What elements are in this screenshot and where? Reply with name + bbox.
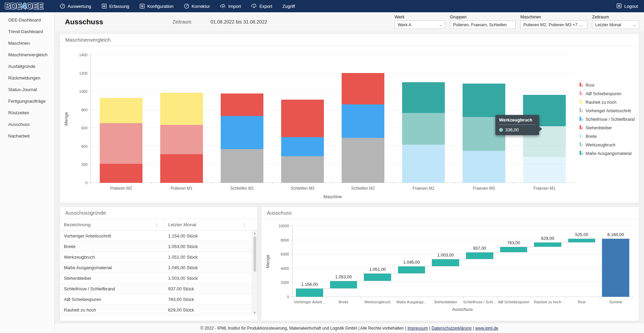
logout-button[interactable]: Logout: [610, 0, 644, 12]
x-tick-label: Schleifrisse / Schl...: [463, 300, 497, 304]
footer-link-impressum[interactable]: Impressum: [408, 326, 428, 331]
nav-item-konfiguration[interactable]: Konfiguration: [134, 0, 179, 12]
bar-segment-schleifen-m3-schleifrisse-schleifbrand[interactable]: [281, 137, 324, 157]
bar-segment-polieren-m1-rost[interactable]: [160, 154, 203, 183]
table-row: Werkzeugbruch1.051,00 Stück: [60, 252, 257, 262]
x-tick-label: Stehenbleiber: [428, 300, 463, 304]
column-header-letzter-monat[interactable]: Letzter Monat⋮: [164, 219, 251, 230]
sidebar-item-maschinenvergleich[interactable]: Maschinenvergleich: [0, 49, 54, 60]
bar-segment-fraesen-m2-werkzeugbruch[interactable]: [402, 113, 445, 144]
scroll-up-icon[interactable]: ▲: [254, 231, 256, 236]
waterfall-bar-stehenbleiber[interactable]: [432, 259, 459, 266]
nav-item-zugriff[interactable]: Zugriff: [277, 0, 300, 12]
zeitraum-label: Zeitraum: [173, 19, 191, 25]
footer-link-www-ipml-de[interactable]: www.ipml.de: [475, 326, 498, 331]
sidebar-item-fertigungsauftr-ge[interactable]: Fertigungsaufträge: [0, 96, 54, 107]
bar-segment-schleifen-m1-stehenbleiber[interactable]: [221, 93, 264, 116]
filter-value: Werk A: [398, 23, 411, 27]
bar-segment-schleifen-m2-vorheriger-arbeitsschritt[interactable]: [342, 138, 385, 183]
sidebar-item-oee-dashboard[interactable]: OEE-Dashboard: [0, 14, 54, 26]
bar-segment-fraesen-m1-breite[interactable]: [523, 157, 566, 183]
legend-bars-icon: [579, 82, 584, 88]
waterfall-bar-summe[interactable]: [602, 239, 629, 297]
nav-item-label: Export: [259, 4, 272, 9]
table-row: Breite1.053,00 Stück: [60, 241, 257, 252]
bar-segment-schleifen-m3-stehenbleiber[interactable]: [281, 100, 324, 137]
scroll-down-icon[interactable]: ▼: [254, 310, 256, 315]
bar-segment-schleifen-m2-stehenbleiber[interactable]: [342, 73, 385, 104]
bar-segment-schleifen-m3-vorheriger-arbeitsschritt[interactable]: [281, 156, 324, 183]
x-tick-label: Schleifen M2: [333, 186, 393, 191]
filter-select-werk[interactable]: Werk A⌄: [395, 20, 445, 29]
x-tick-label: Summe: [599, 300, 633, 304]
filter-select-zeitraum[interactable]: Letzter Monat⌄: [592, 20, 639, 29]
legend-item-a-schiebespuren[interactable]: AØ Schiebespuren: [579, 91, 639, 96]
sidebar-item-r-stzeiten[interactable]: Rüstzeiten: [0, 107, 54, 118]
scrollbar-thumb[interactable]: [254, 236, 256, 272]
gridline: [292, 226, 633, 226]
sidebar-item-ausschuss[interactable]: Ausschuss: [0, 119, 54, 130]
top-navbar: BDE4OEE AuswertungErfassungKonfiguration…: [0, 0, 644, 12]
bar-segment-schleifen-m1-schleifrisse-schleifbrand[interactable]: [221, 116, 264, 149]
filter-input-gruppen[interactable]: Polieren, Fraesen, Schleifen: [450, 20, 516, 29]
legend-bars-icon: [579, 108, 584, 113]
waterfall-bar-a-schiebespuren[interactable]: [500, 247, 527, 252]
nav-item-erfassung[interactable]: Erfassung: [96, 0, 135, 12]
sidebar-item-maschinen[interactable]: Maschinen: [0, 38, 54, 49]
legend-item-breite[interactable]: Breite: [579, 133, 639, 139]
bar-segment-fraesen-m3-ma-e-ausgangsmaterial[interactable]: [463, 84, 506, 117]
bar-segment-fraesen-m3-breite[interactable]: [463, 151, 506, 183]
sidebar-item-trend-dashboard[interactable]: Trend-Dashboard: [0, 26, 54, 37]
waterfall-bar-vorheriger-arbeit[interactable]: [296, 289, 323, 297]
nav-item-export[interactable]: Export: [246, 0, 277, 12]
legend-label: Breite: [586, 134, 597, 139]
legend-bars-icon: [579, 116, 584, 122]
sidebar-item-ausfallgr-nde[interactable]: Ausfallgründe: [0, 61, 54, 72]
gridline: [292, 268, 633, 269]
nav-item-label: Erfassung: [109, 4, 129, 9]
legend-item-rost[interactable]: Rost: [579, 82, 639, 88]
nav-item-auswertung[interactable]: Auswertung: [55, 0, 96, 12]
waterfall-bar-ma-e-ausgangs[interactable]: [398, 266, 425, 274]
bar-segment-polieren-m2-a-schiebespuren[interactable]: [100, 123, 143, 164]
waterfall-bar-breite[interactable]: [330, 281, 357, 289]
bar-segment-schleifen-m1-vorheriger-arbeitsschritt[interactable]: [221, 149, 264, 183]
chart-legend: RostAØ SchiebespurenRauheit zu hochVorhe…: [575, 55, 639, 183]
column-menu-icon[interactable]: ⋮: [242, 222, 247, 227]
table-scrollbar[interactable]: ▲ ▼: [252, 231, 257, 315]
nav-item-import[interactable]: Import: [215, 0, 246, 12]
bar-segment-fraesen-m2-ma-e-ausgangsmaterial[interactable]: [402, 82, 445, 113]
legend-item-ma-e-ausgangsmaterial[interactable]: Maße Ausgangsmaterial: [579, 150, 639, 156]
bar-segment-schleifen-m2-schleifrisse-schleifbrand[interactable]: [342, 104, 385, 138]
column-header-bezeichnung[interactable]: Bezeichnung⋮: [60, 219, 164, 230]
waterfall-connector: [534, 242, 595, 243]
cell-letzter-monat: 629,00 Stück: [164, 307, 257, 313]
footer-link-datenschutzerkl-rung[interactable]: Datenschutzerklärung: [431, 326, 471, 331]
logout-label: Logout: [624, 4, 638, 9]
cell-bezeichnung: AØ Schiebespuren: [60, 297, 164, 302]
cell-bezeichnung: Maße Ausgangsmaterial: [60, 265, 164, 270]
tooltip-series-dot: [499, 128, 503, 132]
column-menu-icon[interactable]: ⋮: [154, 222, 160, 227]
bar-segment-polieren-m2-rost[interactable]: [100, 164, 143, 183]
sidebar-item-nacharbeit[interactable]: Nacharbeit: [0, 130, 54, 142]
bar-segment-fraesen-m2-breite[interactable]: [402, 145, 445, 183]
x-tick-label: AØ Schiebespuren: [497, 300, 531, 304]
legend-item-vorheriger-arbeitsschritt[interactable]: Vorheriger Arbeitsschritt: [579, 108, 639, 113]
waterfall-bar-schleifrisse-schl[interactable]: [466, 252, 493, 259]
legend-item-rauheit-zu-hoch[interactable]: Rauheit zu hoch: [579, 99, 639, 105]
waterfall-bar-werkzeugbruch[interactable]: [364, 274, 391, 281]
legend-item-schleifrisse-schleifbrand[interactable]: Schleifrisse / Schleifbrand: [579, 116, 639, 122]
bar-segment-polieren-m1-rauheit-zu-hoch[interactable]: [160, 93, 203, 125]
legend-item-werkzeugbruch[interactable]: Werkzeugbruch: [579, 142, 639, 147]
bar-segment-polieren-m2-rauheit-zu-hoch[interactable]: [100, 98, 143, 123]
app-logo[interactable]: BDE4OEE: [0, 0, 55, 12]
footer-separator: |: [405, 326, 406, 331]
filter-value: Letzter Monat: [595, 23, 621, 27]
filter-input-maschinen[interactable]: Polieren M2, Polieren M3 +7 mehr...: [520, 20, 587, 29]
nav-item-korrektur[interactable]: Korrektur: [179, 0, 215, 12]
bar-segment-polieren-m1-a-schiebespuren[interactable]: [160, 125, 203, 154]
sidebar-item-r-ckmeldungen[interactable]: Rückmeldungen: [0, 72, 54, 84]
legend-item-stehenbleiber[interactable]: Stehenbleiber: [579, 125, 639, 130]
sidebar-item-status-journal[interactable]: Status-Journal: [0, 84, 54, 95]
